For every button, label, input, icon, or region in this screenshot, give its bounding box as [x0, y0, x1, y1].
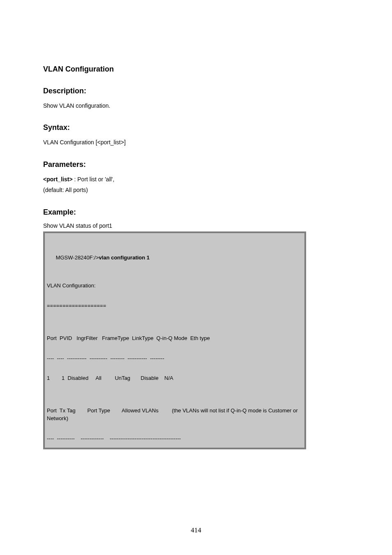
code-output-line: ---- ---- ----------- ---------- -------… [47, 355, 302, 363]
heading-description: Description: [43, 87, 367, 95]
code-output-line: Port Tx Tag Port Type Allowed VLANs (the… [47, 407, 302, 423]
parameter-line: <port_list> : Port list or 'all', [43, 175, 367, 184]
heading-syntax: Syntax: [43, 123, 367, 132]
code-output-line: =================== [47, 302, 302, 310]
heading-parameters: Parameters: [43, 160, 367, 169]
parameter-name: <port_list> [43, 176, 73, 183]
code-prompt: MGSW-28240F:/> [56, 254, 99, 261]
parameter-description: : Port list or 'all', [74, 176, 114, 183]
code-output-line: VLAN Configuration: [47, 282, 302, 290]
heading-page-title: VLAN Configuration [43, 65, 367, 74]
document-page: VLAN Configuration Description: Show VLA… [0, 0, 392, 555]
code-command: vlan configuration 1 [99, 254, 150, 261]
code-output-line: Port PVID IngrFilter FrameType LinkType … [47, 335, 302, 342]
code-output-line: 1 1 Disabled All UnTag Disable N/A [47, 375, 302, 382]
parameter-default: (default: All ports) [43, 185, 367, 194]
code-output-box: MGSW-28240F:/>vlan configuration 1 VLAN … [43, 231, 306, 449]
description-text: Show VLAN configuration. [43, 101, 367, 110]
page-number: 414 [0, 526, 392, 534]
syntax-text: VLAN Configuration [<port_list>] [43, 138, 367, 147]
heading-example: Example: [43, 208, 367, 217]
code-command-line: MGSW-28240F:/>vlan configuration 1 [47, 247, 302, 270]
example-intro: Show VLAN status of port1 [43, 222, 367, 229]
code-output-line: ---- ---------- ------------- ----------… [47, 435, 302, 443]
